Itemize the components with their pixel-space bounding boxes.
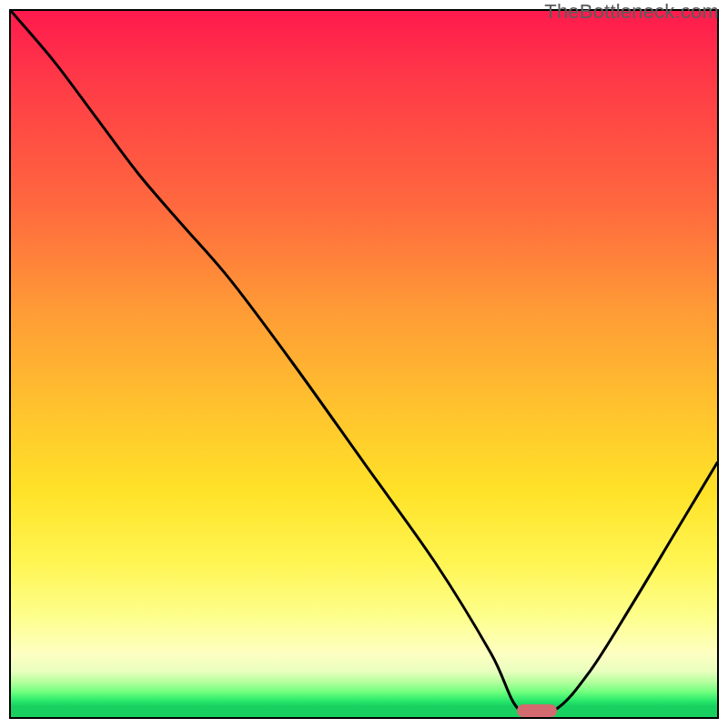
chart-frame bbox=[9, 9, 719, 719]
bottleneck-curve bbox=[11, 11, 717, 717]
watermark-text: TheBottleneck.com bbox=[544, 0, 719, 24]
optimum-marker bbox=[517, 704, 557, 717]
